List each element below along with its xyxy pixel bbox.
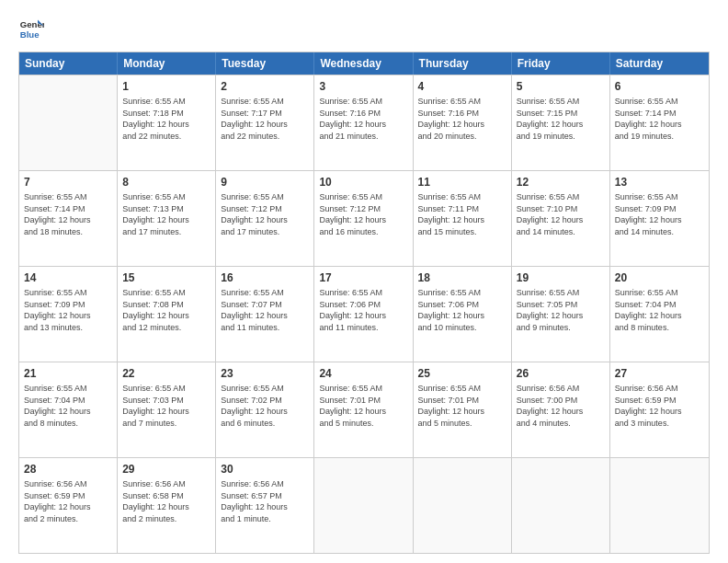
day-info: Sunrise: 6:55 AM Sunset: 7:05 PM Dayligh…: [517, 287, 605, 333]
day-info: Sunrise: 6:55 AM Sunset: 7:08 PM Dayligh…: [122, 287, 210, 333]
day-number: 22: [122, 366, 210, 381]
day-number: 15: [122, 270, 210, 285]
calendar-cell-empty-4-3: [314, 458, 413, 553]
day-info: Sunrise: 6:55 AM Sunset: 7:07 PM Dayligh…: [221, 287, 309, 333]
day-info: Sunrise: 6:55 AM Sunset: 7:09 PM Dayligh…: [24, 287, 112, 333]
day-number: 7: [24, 175, 112, 190]
day-number: 5: [517, 79, 605, 94]
day-number: 20: [615, 270, 704, 285]
day-number: 21: [24, 366, 112, 381]
calendar-cell-26: 26Sunrise: 6:56 AM Sunset: 7:00 PM Dayli…: [512, 362, 610, 457]
day-info: Sunrise: 6:55 AM Sunset: 7:01 PM Dayligh…: [319, 383, 407, 429]
calendar-cell-12: 12Sunrise: 6:55 AM Sunset: 7:10 PM Dayli…: [512, 171, 610, 266]
calendar-cell-23: 23Sunrise: 6:55 AM Sunset: 7:02 PM Dayli…: [216, 362, 314, 457]
day-info: Sunrise: 6:55 AM Sunset: 7:16 PM Dayligh…: [418, 96, 506, 142]
day-number: 19: [517, 270, 605, 285]
header-day-friday: Friday: [512, 52, 610, 75]
calendar-cell-empty-4-6: [610, 458, 709, 553]
day-number: 1: [122, 79, 210, 94]
calendar-cell-27: 27Sunrise: 6:56 AM Sunset: 6:59 PM Dayli…: [610, 362, 709, 457]
day-info: Sunrise: 6:55 AM Sunset: 7:14 PM Dayligh…: [615, 96, 704, 142]
calendar-cell-8: 8Sunrise: 6:55 AM Sunset: 7:13 PM Daylig…: [118, 171, 216, 266]
calendar-cell-18: 18Sunrise: 6:55 AM Sunset: 7:06 PM Dayli…: [414, 267, 512, 362]
calendar-cell-14: 14Sunrise: 6:55 AM Sunset: 7:09 PM Dayli…: [19, 267, 118, 362]
header: General Blue: [18, 17, 710, 42]
day-number: 23: [221, 366, 309, 381]
header-day-sunday: Sunday: [19, 52, 118, 75]
page: General Blue SundayMondayTuesdayWednesda…: [0, 0, 728, 563]
day-info: Sunrise: 6:55 AM Sunset: 7:03 PM Dayligh…: [122, 383, 210, 429]
day-number: 26: [517, 366, 605, 381]
header-day-wednesday: Wednesday: [314, 52, 413, 75]
day-info: Sunrise: 6:55 AM Sunset: 7:14 PM Dayligh…: [24, 191, 112, 237]
day-info: Sunrise: 6:55 AM Sunset: 7:18 PM Dayligh…: [122, 96, 210, 142]
day-number: 18: [418, 270, 506, 285]
day-number: 29: [122, 462, 210, 477]
calendar-row-5: 28Sunrise: 6:56 AM Sunset: 6:59 PM Dayli…: [19, 457, 709, 553]
day-info: Sunrise: 6:55 AM Sunset: 7:12 PM Dayligh…: [221, 191, 309, 237]
calendar-cell-9: 9Sunrise: 6:55 AM Sunset: 7:12 PM Daylig…: [216, 171, 314, 266]
calendar-cell-17: 17Sunrise: 6:55 AM Sunset: 7:06 PM Dayli…: [314, 267, 413, 362]
day-info: Sunrise: 6:56 AM Sunset: 6:59 PM Dayligh…: [615, 383, 704, 429]
logo-icon: General Blue: [18, 17, 44, 42]
day-number: 2: [221, 79, 309, 94]
calendar-header: SundayMondayTuesdayWednesdayThursdayFrid…: [19, 52, 709, 75]
day-info: Sunrise: 6:55 AM Sunset: 7:06 PM Dayligh…: [319, 287, 407, 333]
day-number: 13: [615, 175, 704, 190]
day-info: Sunrise: 6:55 AM Sunset: 7:17 PM Dayligh…: [221, 96, 309, 142]
calendar-cell-7: 7Sunrise: 6:55 AM Sunset: 7:14 PM Daylig…: [19, 171, 118, 266]
header-day-saturday: Saturday: [610, 52, 709, 75]
day-info: Sunrise: 6:55 AM Sunset: 7:04 PM Dayligh…: [615, 287, 704, 333]
day-info: Sunrise: 6:56 AM Sunset: 7:00 PM Dayligh…: [517, 383, 605, 429]
calendar-cell-13: 13Sunrise: 6:55 AM Sunset: 7:09 PM Dayli…: [610, 171, 709, 266]
calendar-cell-11: 11Sunrise: 6:55 AM Sunset: 7:11 PM Dayli…: [414, 171, 512, 266]
calendar-cell-29: 29Sunrise: 6:56 AM Sunset: 6:58 PM Dayli…: [118, 458, 216, 553]
day-number: 10: [319, 175, 407, 190]
calendar-cell-28: 28Sunrise: 6:56 AM Sunset: 6:59 PM Dayli…: [19, 458, 118, 553]
svg-text:Blue: Blue: [20, 29, 40, 40]
day-info: Sunrise: 6:55 AM Sunset: 7:15 PM Dayligh…: [517, 96, 605, 142]
calendar-cell-25: 25Sunrise: 6:55 AM Sunset: 7:01 PM Dayli…: [414, 362, 512, 457]
calendar-cell-5: 5Sunrise: 6:55 AM Sunset: 7:15 PM Daylig…: [512, 75, 610, 170]
day-number: 25: [418, 366, 506, 381]
day-info: Sunrise: 6:56 AM Sunset: 6:58 PM Dayligh…: [122, 478, 210, 524]
day-number: 8: [122, 175, 210, 190]
day-info: Sunrise: 6:56 AM Sunset: 6:59 PM Dayligh…: [24, 478, 112, 524]
calendar-row-1: 1Sunrise: 6:55 AM Sunset: 7:18 PM Daylig…: [19, 75, 709, 170]
day-info: Sunrise: 6:55 AM Sunset: 7:11 PM Dayligh…: [418, 191, 506, 237]
calendar-cell-10: 10Sunrise: 6:55 AM Sunset: 7:12 PM Dayli…: [314, 171, 413, 266]
day-number: 27: [615, 366, 704, 381]
day-info: Sunrise: 6:55 AM Sunset: 7:13 PM Dayligh…: [122, 191, 210, 237]
day-info: Sunrise: 6:55 AM Sunset: 7:02 PM Dayligh…: [221, 383, 309, 429]
day-info: Sunrise: 6:55 AM Sunset: 7:12 PM Dayligh…: [319, 191, 407, 237]
calendar-cell-20: 20Sunrise: 6:55 AM Sunset: 7:04 PM Dayli…: [610, 267, 709, 362]
calendar-cell-24: 24Sunrise: 6:55 AM Sunset: 7:01 PM Dayli…: [314, 362, 413, 457]
calendar-cell-16: 16Sunrise: 6:55 AM Sunset: 7:07 PM Dayli…: [216, 267, 314, 362]
calendar: SundayMondayTuesdayWednesdayThursdayFrid…: [18, 52, 710, 554]
calendar-row-2: 7Sunrise: 6:55 AM Sunset: 7:14 PM Daylig…: [19, 170, 709, 266]
header-day-monday: Monday: [118, 52, 216, 75]
day-number: 4: [418, 79, 506, 94]
header-day-tuesday: Tuesday: [216, 52, 314, 75]
day-number: 16: [221, 270, 309, 285]
day-info: Sunrise: 6:55 AM Sunset: 7:09 PM Dayligh…: [615, 191, 704, 237]
svg-text:General: General: [20, 19, 44, 29]
day-number: 9: [221, 175, 309, 190]
day-number: 3: [319, 79, 407, 94]
day-number: 12: [517, 175, 605, 190]
calendar-row-3: 14Sunrise: 6:55 AM Sunset: 7:09 PM Dayli…: [19, 266, 709, 362]
calendar-cell-15: 15Sunrise: 6:55 AM Sunset: 7:08 PM Dayli…: [118, 267, 216, 362]
day-info: Sunrise: 6:55 AM Sunset: 7:16 PM Dayligh…: [319, 96, 407, 142]
day-info: Sunrise: 6:55 AM Sunset: 7:01 PM Dayligh…: [418, 383, 506, 429]
calendar-cell-22: 22Sunrise: 6:55 AM Sunset: 7:03 PM Dayli…: [118, 362, 216, 457]
day-info: Sunrise: 6:55 AM Sunset: 7:06 PM Dayligh…: [418, 287, 506, 333]
day-info: Sunrise: 6:56 AM Sunset: 6:57 PM Dayligh…: [221, 478, 309, 524]
calendar-cell-21: 21Sunrise: 6:55 AM Sunset: 7:04 PM Dayli…: [19, 362, 118, 457]
calendar-cell-2: 2Sunrise: 6:55 AM Sunset: 7:17 PM Daylig…: [216, 75, 314, 170]
calendar-cell-6: 6Sunrise: 6:55 AM Sunset: 7:14 PM Daylig…: [610, 75, 709, 170]
calendar-cell-4: 4Sunrise: 6:55 AM Sunset: 7:16 PM Daylig…: [414, 75, 512, 170]
calendar-cell-empty-0-0: [19, 75, 118, 170]
calendar-cell-1: 1Sunrise: 6:55 AM Sunset: 7:18 PM Daylig…: [118, 75, 216, 170]
day-number: 11: [418, 175, 506, 190]
day-info: Sunrise: 6:55 AM Sunset: 7:04 PM Dayligh…: [24, 383, 112, 429]
